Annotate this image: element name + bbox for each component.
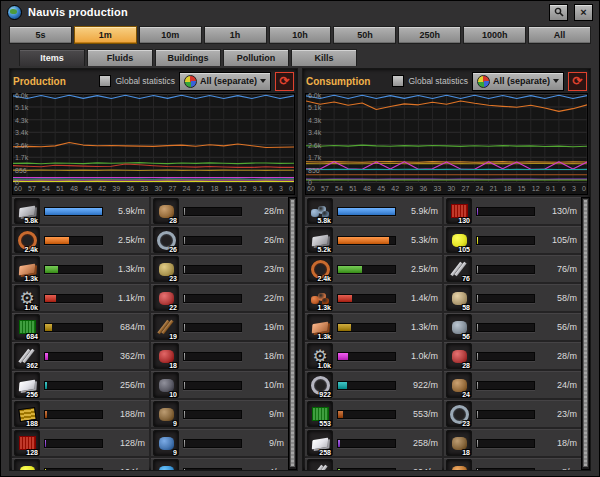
tab-fluids[interactable]: Fluids	[87, 49, 153, 66]
copper-cable-icon[interactable]: 2.4k	[307, 256, 333, 282]
electronic-circuit-icon[interactable]: 684	[14, 314, 40, 340]
red-machine-item-icon[interactable]: 22	[153, 285, 179, 311]
tab-pollution[interactable]: Pollution	[223, 49, 289, 66]
item-entry[interactable]: 204204/m	[305, 458, 442, 470]
electronic-circuit-icon[interactable]: 553	[307, 401, 333, 427]
red-barrel-item-icon[interactable]: 18	[153, 343, 179, 369]
item-entry[interactable]: 5.8k5.9k/m	[305, 197, 442, 225]
item-entry[interactable]: 188188/m	[12, 400, 149, 428]
item-entry[interactable]: 2828/m	[444, 342, 581, 370]
engine-unit-icon[interactable]: 24	[446, 372, 472, 398]
time-button-5s[interactable]: 5s	[9, 26, 72, 44]
item-entry[interactable]: 88/m	[444, 458, 581, 470]
item-entry[interactable]: 2626/m	[151, 226, 288, 254]
copper-plate-icon[interactable]: 1.3k	[14, 256, 40, 282]
sulfur-icon[interactable]: 105	[446, 227, 472, 253]
small-electric-pole-icon[interactable]: 19	[153, 314, 179, 340]
item-entry[interactable]: 553553/m	[305, 400, 442, 428]
separation-dropdown[interactable]: All (separate)	[179, 72, 271, 91]
item-entry[interactable]: 104104/m	[12, 458, 149, 470]
iron-plate-icon[interactable]: 5.2k	[307, 227, 333, 253]
time-button-1h[interactable]: 1h	[204, 26, 267, 44]
wooden-crate-item-icon[interactable]: 9	[153, 401, 179, 427]
item-entry[interactable]: 7676/m	[444, 255, 581, 283]
time-button-1m[interactable]: 1m	[74, 26, 137, 44]
item-entry[interactable]: 1.3k1.3k/m	[305, 313, 442, 341]
iron-stick-icon[interactable]: 362	[14, 343, 40, 369]
combinator-item-icon[interactable]: 56	[446, 314, 472, 340]
time-button-1000h[interactable]: 1000h	[463, 26, 526, 44]
time-button-50h[interactable]: 50h	[333, 26, 396, 44]
scrollbar-thumb[interactable]	[290, 199, 295, 467]
time-button-all[interactable]: All	[528, 26, 591, 44]
iron-ore-icon[interactable]: 5.8k	[307, 198, 333, 224]
pipe-icon[interactable]: 23	[446, 401, 472, 427]
item-entry[interactable]: 256256/m	[12, 371, 149, 399]
refresh-button[interactable]: ⟳	[275, 72, 294, 91]
item-entry[interactable]: ⚙1.0k1.1k/m	[12, 284, 149, 312]
tab-items[interactable]: Items	[19, 49, 85, 66]
item-entry[interactable]: 1818/m	[151, 342, 288, 370]
iron-gear-wheel-icon[interactable]: ⚙1.0k	[307, 343, 333, 369]
search-button[interactable]	[549, 4, 568, 21]
item-entry[interactable]: 5.2k5.3k/m	[305, 226, 442, 254]
sulfur-icon[interactable]: 104	[14, 459, 40, 470]
iron-gear-wheel-icon[interactable]: ⚙1.0k	[14, 285, 40, 311]
item-entry[interactable]: 1.3k1.4k/m	[305, 284, 442, 312]
time-button-250h[interactable]: 250h	[398, 26, 461, 44]
separation-dropdown[interactable]: All (separate)	[472, 72, 564, 91]
global-statistics-checkbox[interactable]	[99, 75, 111, 87]
blue-gear-item-icon[interactable]: 9	[153, 430, 179, 456]
item-entry[interactable]: 2222/m	[151, 284, 288, 312]
item-entry[interactable]: 44/m	[151, 458, 288, 470]
close-button[interactable]: ×	[574, 4, 593, 21]
steel-plate-icon[interactable]: 256	[14, 372, 40, 398]
item-entry[interactable]: 362362/m	[12, 342, 149, 370]
dark-machine-item-icon[interactable]: 10	[153, 372, 179, 398]
stone-furnace-icon[interactable]: 58	[446, 285, 472, 311]
advanced-circuit-icon[interactable]: 130	[446, 198, 472, 224]
item-entry[interactable]: 684684/m	[12, 313, 149, 341]
burner-drill-item-icon[interactable]: 8	[446, 459, 472, 470]
copper-plate-icon[interactable]: 1.3k	[307, 314, 333, 340]
barrel-item-icon[interactable]: 18	[446, 430, 472, 456]
iron-stick-icon[interactable]: 204	[307, 459, 333, 470]
item-entry[interactable]: 1.3k1.3k/m	[12, 255, 149, 283]
item-entry[interactable]: 258258/m	[305, 429, 442, 457]
blue-item-icon[interactable]: 4	[153, 459, 179, 470]
copper-cable-icon[interactable]: 2.4k	[14, 227, 40, 253]
wire-item-icon[interactable]: 922	[307, 372, 333, 398]
refresh-button[interactable]: ⟳	[568, 72, 587, 91]
item-entry[interactable]: 5.8k5.9k/m	[12, 197, 149, 225]
iron-plate-icon[interactable]: 5.8k	[14, 198, 40, 224]
pipe-icon[interactable]: 26	[153, 227, 179, 253]
item-entry[interactable]: 922922/m	[305, 371, 442, 399]
item-entry[interactable]: 1010/m	[151, 371, 288, 399]
item-entry[interactable]: 99/m	[151, 429, 288, 457]
item-entry[interactable]: 2323/m	[444, 400, 581, 428]
item-entry[interactable]: 2.4k2.5k/m	[12, 226, 149, 254]
item-entry[interactable]: 2.4k2.5k/m	[305, 255, 442, 283]
advanced-circuit-icon[interactable]: 128	[14, 430, 40, 456]
item-entry[interactable]: 1818/m	[444, 429, 581, 457]
time-button-10m[interactable]: 10m	[139, 26, 202, 44]
item-entry[interactable]: 2424/m	[444, 371, 581, 399]
item-entry[interactable]: 130130/m	[444, 197, 581, 225]
global-statistics-checkbox[interactable]	[392, 75, 404, 87]
item-entry[interactable]: 99/m	[151, 400, 288, 428]
item-entry[interactable]: 2828/m	[151, 197, 288, 225]
scrollbar-thumb[interactable]	[583, 199, 588, 467]
tab-kills[interactable]: Kills	[291, 49, 357, 66]
red-machine-item-icon[interactable]: 28	[446, 343, 472, 369]
item-entry[interactable]: 128128/m	[12, 429, 149, 457]
item-entry[interactable]: 2323/m	[151, 255, 288, 283]
item-entry[interactable]: ⚙1.0k1.0k/m	[305, 342, 442, 370]
item-entry[interactable]: 5656/m	[444, 313, 581, 341]
steel-plate-icon[interactable]: 258	[307, 430, 333, 456]
item-entry[interactable]: 105105/m	[444, 226, 581, 254]
electric-engine-unit-icon[interactable]: 23	[153, 256, 179, 282]
transport-belt-icon[interactable]: 188	[14, 401, 40, 427]
item-entry[interactable]: 5858/m	[444, 284, 581, 312]
consumption-scrollbar[interactable]	[581, 197, 590, 470]
tab-buildings[interactable]: Buildings	[155, 49, 221, 66]
